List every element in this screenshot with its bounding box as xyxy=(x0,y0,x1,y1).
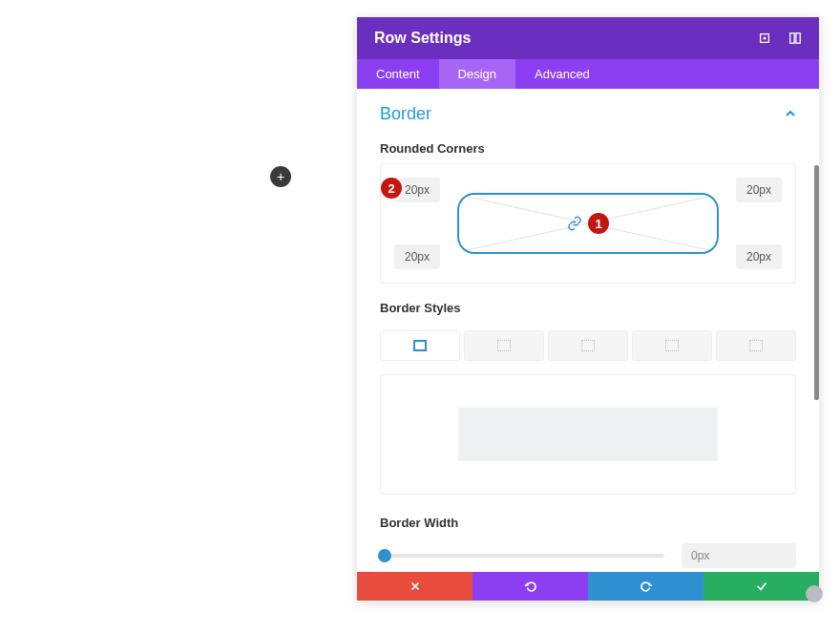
svg-point-1 xyxy=(764,37,766,39)
expand-icon[interactable] xyxy=(758,32,771,45)
style-option-4[interactable] xyxy=(632,330,712,361)
border-style-preview-inner xyxy=(458,408,718,461)
border-styles-label: Border Styles xyxy=(357,284,819,323)
border-width-slider[interactable] xyxy=(380,554,664,558)
tab-content[interactable]: Content xyxy=(357,59,439,89)
border-width-value[interactable]: 0px xyxy=(682,543,796,568)
corner-preview: 1 xyxy=(457,193,719,254)
border-color-label: Border Color xyxy=(357,568,819,572)
link-icon[interactable] xyxy=(567,216,582,231)
corner-input-bottom-left[interactable]: 20px xyxy=(394,244,440,269)
redo-icon xyxy=(640,580,653,593)
svg-rect-2 xyxy=(790,33,794,44)
style-option-2[interactable] xyxy=(464,330,544,361)
redo-button[interactable] xyxy=(588,572,704,601)
check-icon xyxy=(755,580,768,593)
corner-input-bottom-right[interactable]: 20px xyxy=(736,244,782,269)
annotation-marker-1: 1 xyxy=(588,213,609,234)
border-style-preview xyxy=(380,374,796,495)
ghost-square-icon xyxy=(497,340,511,351)
undo-button[interactable] xyxy=(472,572,588,601)
solid-square-icon xyxy=(413,340,427,351)
section-title: Border xyxy=(380,104,431,124)
corner-input-top-right[interactable]: 20px xyxy=(736,178,782,202)
panel-header: Row Settings xyxy=(357,17,819,59)
svg-rect-3 xyxy=(796,33,800,44)
rounded-corners-control: 2 20px 20px 20px 20px 1 xyxy=(380,163,796,284)
border-style-options xyxy=(380,330,796,361)
ghost-square-icon xyxy=(749,340,763,351)
scrollbar[interactable] xyxy=(814,165,819,400)
panel-title: Row Settings xyxy=(374,30,758,47)
rounded-corners-label: Rounded Corners xyxy=(357,134,819,163)
style-option-3[interactable] xyxy=(548,330,628,361)
tab-advanced[interactable]: Advanced xyxy=(515,59,609,89)
slider-thumb[interactable] xyxy=(378,549,391,562)
row-settings-panel: Row Settings Content Design Advanced Bor… xyxy=(357,17,819,601)
close-icon xyxy=(409,580,422,593)
add-section-button[interactable]: + xyxy=(270,166,291,187)
floating-action-icon[interactable] xyxy=(806,585,823,602)
section-border-header: Border xyxy=(357,89,819,134)
undo-icon xyxy=(524,580,537,593)
style-option-5[interactable] xyxy=(716,330,796,361)
panel-footer xyxy=(357,572,819,601)
cancel-button[interactable] xyxy=(357,572,472,601)
tab-design[interactable]: Design xyxy=(439,59,515,89)
link-corners-wrap: 1 xyxy=(567,213,609,234)
save-button[interactable] xyxy=(704,572,819,601)
ghost-square-icon xyxy=(665,340,679,351)
border-width-control: 0px xyxy=(380,543,796,568)
ghost-square-icon xyxy=(581,340,595,351)
chevron-up-icon[interactable] xyxy=(785,106,796,123)
style-option-solid[interactable] xyxy=(380,330,460,361)
tabs: Content Design Advanced xyxy=(357,59,819,89)
border-width-label: Border Width xyxy=(357,495,819,538)
panel-body: Border Rounded Corners 2 20px 20px 20px … xyxy=(357,89,819,572)
layout-icon[interactable] xyxy=(788,32,802,45)
annotation-marker-2: 2 xyxy=(381,178,402,199)
header-actions xyxy=(758,32,802,45)
